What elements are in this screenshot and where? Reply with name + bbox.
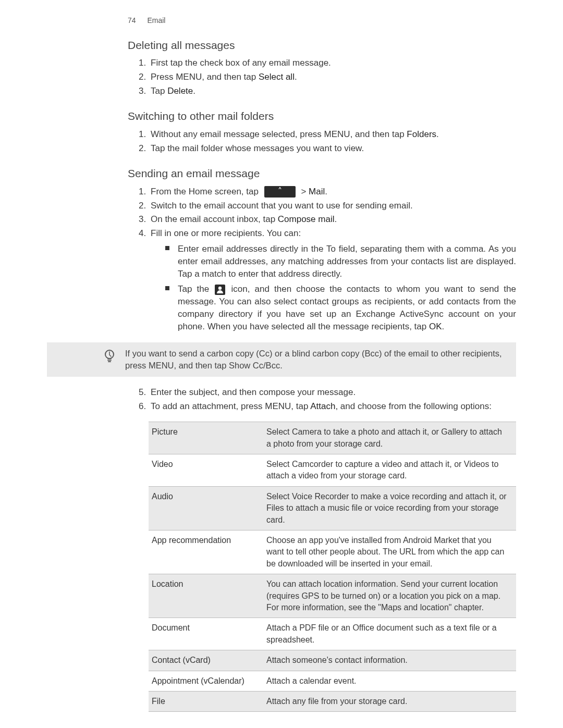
attach-type: Document — [149, 618, 263, 650]
bullet: Enter email addresses directly in the To… — [165, 243, 516, 280]
heading-deleting: Deleting all messages — [128, 38, 516, 53]
text: > — [301, 187, 309, 196]
text: icon, and then choose the contacts to wh… — [178, 284, 516, 331]
step: Enter the subject, and then compose your… — [149, 386, 516, 399]
attach-type: Video — [149, 454, 263, 487]
attach-type: App recommendation — [149, 530, 263, 574]
step: Tap the mail folder whose messages you w… — [149, 142, 516, 155]
bullet: Tap the icon, and then choose the contac… — [165, 283, 516, 332]
heading-switching: Switching to other mail folders — [128, 108, 516, 124]
table-row: Appointment (vCalendar) Attach a calenda… — [149, 671, 516, 691]
text: On the email account inbox, tap — [151, 214, 278, 224]
attach-type: Picture — [149, 422, 263, 454]
text: . — [442, 322, 445, 331]
emph: Folders — [407, 129, 436, 139]
emph: Mail — [309, 187, 325, 196]
table-row: Contact (vCard) Attach someone's contact… — [149, 650, 516, 671]
step: To add an attachment, press MENU, tap At… — [149, 400, 516, 413]
text: . — [325, 187, 327, 196]
table-row: Video Select Camcorder to capture a vide… — [149, 454, 516, 487]
text: , and choose from the following options: — [335, 401, 492, 411]
emph: Delete — [167, 86, 193, 96]
step: From the Home screen, tap ˄ > Mail. — [149, 186, 516, 198]
emph: OK — [429, 322, 442, 331]
table-row: Picture Select Camera to take a photo an… — [149, 422, 516, 454]
text: Tap — [151, 86, 167, 96]
text: Fill in one or more recipients. You can: — [151, 228, 301, 238]
attach-desc: Choose an app you've installed from Andr… — [263, 530, 516, 574]
page-header: 74 Email — [128, 16, 516, 26]
text: . — [280, 361, 283, 370]
steps-sending-cont: Enter the subject, and then compose your… — [149, 386, 516, 413]
table-row: App recommendation Choose an app you've … — [149, 530, 516, 574]
attach-desc: Select Voice Recorder to make a voice re… — [263, 486, 516, 530]
recipient-options: Enter email addresses directly in the To… — [165, 243, 516, 333]
table-row: Location You can attach location informa… — [149, 574, 516, 618]
tip-text: If you want to send a carbon copy (Cc) o… — [125, 349, 502, 370]
manual-page: 74 Email Deleting all messages First tap… — [0, 0, 563, 728]
attach-desc: You can attach location information. Sen… — [263, 574, 516, 618]
text: . — [436, 129, 439, 139]
emph: Compose mail — [278, 214, 335, 224]
person-icon — [215, 285, 225, 295]
text: . — [193, 86, 195, 96]
attach-type: Audio — [149, 486, 263, 530]
emph: Select all — [259, 72, 295, 82]
attach-type: Contact (vCard) — [149, 650, 263, 671]
text: . — [295, 72, 297, 82]
text: Press MENU, and then tap — [151, 72, 259, 82]
text: From the Home screen, tap — [151, 187, 261, 196]
text: . — [334, 214, 337, 224]
text: Without any email message selected, pres… — [151, 129, 407, 139]
step: Without any email message selected, pres… — [149, 128, 516, 141]
header-section: Email — [147, 16, 165, 24]
table-row: File Attach any file from your storage c… — [149, 691, 516, 711]
steps-sending: From the Home screen, tap ˄ > Mail. Swit… — [149, 186, 516, 333]
attach-desc: Attach any file from your storage card. — [263, 691, 516, 711]
text: To add an attachment, press MENU, tap — [151, 401, 310, 411]
attachment-options-table: Picture Select Camera to take a photo an… — [149, 422, 516, 712]
text: Tap the — [178, 284, 214, 294]
emph: Attach — [310, 401, 335, 411]
steps-switching: Without any email message selected, pres… — [149, 128, 516, 155]
svg-point-0 — [218, 287, 222, 290]
attach-desc: Select Camcorder to capture a video and … — [263, 454, 516, 487]
emph: Show Cc/Bcc — [229, 361, 280, 370]
attach-desc: Select Camera to take a photo and attach… — [263, 422, 516, 454]
attach-type: Location — [149, 574, 263, 618]
step: On the email account inbox, tap Compose … — [149, 213, 516, 226]
steps-deleting: First tap the check box of any email mes… — [149, 57, 516, 97]
attach-type: Appointment (vCalendar) — [149, 671, 263, 691]
step: Switch to the email account that you wan… — [149, 200, 516, 212]
chevron-up-icon: ˄ — [264, 186, 296, 198]
attach-desc: Attach a calendar event. — [263, 671, 516, 691]
step: Fill in one or more recipients. You can:… — [149, 227, 516, 332]
step: First tap the check box of any email mes… — [149, 57, 516, 69]
attach-type: File — [149, 691, 263, 711]
tip-callout: If you want to send a carbon copy (Cc) o… — [47, 342, 516, 377]
attach-desc: Attach someone's contact information. — [263, 650, 516, 671]
step: Press MENU, and then tap Select all. — [149, 71, 516, 83]
heading-sending: Sending an email message — [128, 166, 516, 181]
attach-desc: Attach a PDF file or an Office document … — [263, 618, 516, 650]
table-row: Audio Select Voice Recorder to make a vo… — [149, 486, 516, 530]
table-row: Document Attach a PDF file or an Office … — [149, 618, 516, 650]
lightbulb-icon — [103, 349, 116, 364]
step: Tap Delete. — [149, 85, 516, 97]
page-number: 74 — [128, 16, 136, 24]
